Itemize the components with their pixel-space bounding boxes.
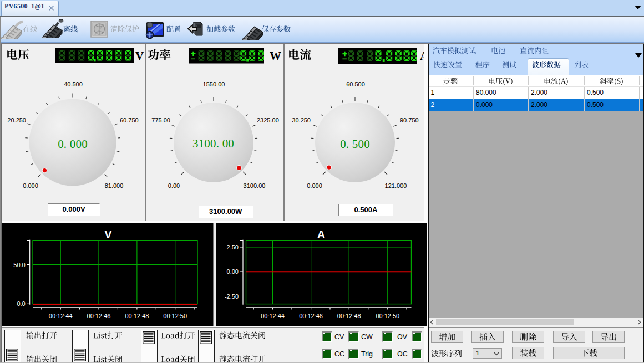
svg-text:00:12:44: 00:12:44 [49, 313, 73, 319]
svg-text:A: A [317, 228, 324, 241]
svg-text:00:12:48: 00:12:48 [337, 313, 361, 319]
svg-text:50.0: 50.0 [13, 261, 25, 268]
svg-text:00:12:48: 00:12:48 [125, 313, 149, 319]
svg-text:00:12:46: 00:12:46 [87, 313, 111, 319]
svg-text:00:12:50: 00:12:50 [376, 313, 399, 319]
svg-text:V: V [104, 228, 112, 241]
svg-text:00:12:44: 00:12:44 [261, 313, 285, 319]
svg-text:0.00: 0.00 [226, 268, 238, 275]
svg-text:-2.50: -2.50 [224, 293, 238, 299]
svg-text:0.0: 0.0 [17, 300, 25, 307]
svg-text:00:12:50: 00:12:50 [163, 313, 187, 319]
svg-text:00:12:46: 00:12:46 [299, 313, 323, 319]
svg-text:2.50: 2.50 [226, 244, 238, 250]
